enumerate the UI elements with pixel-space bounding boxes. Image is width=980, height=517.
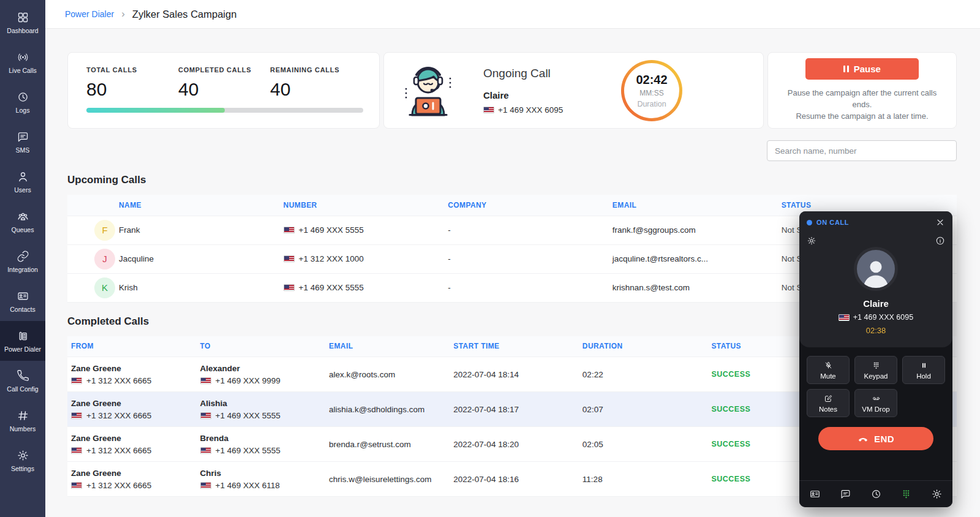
- call-start-time: 2022-07-04 18:17: [450, 392, 579, 427]
- hold-button[interactable]: Hold: [902, 356, 945, 384]
- history-icon[interactable]: [870, 488, 882, 500]
- sidebar-label: SMS: [16, 146, 30, 154]
- sidebar-item-dashboard[interactable]: Dashboard: [0, 2, 45, 42]
- call-timer: 02:38: [807, 326, 945, 335]
- contact-number: +1 469 XXX 5555: [299, 225, 364, 235]
- mute-button[interactable]: Mute: [807, 356, 850, 384]
- pause-description: Pause the campaign after the current cal…: [780, 88, 944, 123]
- avatar: [854, 247, 898, 291]
- stat-remaining-calls: REMAINING CALLS 40: [270, 66, 362, 100]
- from-number: +1 312 XXX 6665: [86, 411, 151, 420]
- sidebar-label: Queues: [12, 226, 34, 233]
- call-email: alishia.k@sdholdings.com: [325, 392, 450, 427]
- stat-label: TOTAL CALLS: [86, 66, 178, 74]
- sidebar-item-sms[interactable]: SMS: [0, 122, 45, 162]
- ongoing-call-card: Ongoing Call Claire +1 469 XXX 6095 02:4…: [383, 52, 764, 129]
- contact-company: -: [444, 273, 609, 302]
- vm-drop-button[interactable]: VM Drop: [854, 389, 897, 417]
- ongoing-call-title: Ongoing Call: [483, 67, 621, 80]
- col-start-time: START TIME: [450, 336, 579, 357]
- page-title: Zylker Sales Campaign: [132, 9, 237, 20]
- sidebar-label: Contacts: [10, 306, 35, 313]
- sidebar-item-users[interactable]: Users: [0, 162, 45, 202]
- mute-icon: [824, 361, 833, 370]
- call-email: alex.k@roots.com: [325, 357, 450, 392]
- logs-icon: [17, 91, 29, 104]
- voicemail-icon: [872, 394, 881, 403]
- col-email: EMAIL: [325, 336, 450, 357]
- keypad-icon: [872, 361, 881, 370]
- avatar: J: [94, 249, 115, 270]
- dashboard-icon: [17, 11, 29, 24]
- info-icon[interactable]: [935, 236, 945, 246]
- sidebar-label: Numbers: [10, 425, 36, 432]
- gear-icon[interactable]: [807, 236, 816, 246]
- call-duration: 02:05: [579, 427, 708, 462]
- caller-name: Claire: [807, 298, 945, 309]
- sidebar-item-power-dialer[interactable]: Power Dialer: [0, 321, 45, 361]
- settings-icon: [17, 449, 29, 462]
- gear-icon[interactable]: [931, 488, 943, 500]
- contact-card-icon[interactable]: [809, 488, 821, 500]
- live-calls-icon: [17, 51, 29, 64]
- notes-icon: [824, 394, 833, 403]
- stat-value: 40: [270, 79, 362, 100]
- us-flag-icon: [71, 377, 82, 384]
- sidebar-item-numbers[interactable]: Numbers: [0, 401, 45, 440]
- keypad-button[interactable]: Keypad: [854, 356, 897, 384]
- sidebar-item-call-config[interactable]: Call Config: [0, 361, 45, 401]
- campaign-progress-bar: [86, 108, 363, 113]
- end-call-button[interactable]: END: [818, 427, 933, 450]
- us-flag-icon: [200, 447, 211, 454]
- col-company: COMPANY: [444, 195, 609, 216]
- call-widget-footer: [799, 480, 952, 507]
- sidebar-item-live-calls[interactable]: Live Calls: [0, 42, 45, 82]
- us-flag-icon: [200, 482, 211, 489]
- call-duration: 11:28: [579, 462, 708, 497]
- pause-button[interactable]: Pause: [805, 58, 919, 80]
- person-silhouette-icon: [860, 256, 892, 288]
- sidebar-item-contacts[interactable]: Contacts: [0, 281, 45, 321]
- sidebar-label: Logs: [16, 107, 30, 114]
- close-icon[interactable]: [935, 217, 945, 227]
- from-name: Zane Greene: [71, 434, 193, 443]
- hold-icon: [919, 361, 929, 370]
- to-name: Alishia: [200, 399, 322, 408]
- sidebar-item-integration[interactable]: Integration: [0, 241, 45, 281]
- notes-button[interactable]: Notes: [807, 389, 850, 417]
- us-flag-icon: [71, 447, 82, 454]
- to-number: +1 469 XXX 6118: [216, 481, 280, 490]
- call-email: brenda.r@setrust.com: [325, 427, 450, 462]
- call-duration-value: 02:42: [636, 73, 667, 87]
- to-number: +1 469 XXX 5555: [216, 446, 281, 455]
- us-flag-icon: [483, 107, 494, 113]
- sidebar-label: Dashboard: [7, 27, 38, 34]
- contact-number: +1 469 XXX 5555: [299, 283, 364, 292]
- on-call-dot-icon: [807, 220, 812, 225]
- pause-icon: [843, 66, 849, 72]
- sidebar-item-settings[interactable]: Settings: [0, 440, 45, 480]
- contact-company: -: [444, 244, 609, 273]
- call-start-time: 2022-07-04 18:14: [450, 357, 579, 392]
- contact-name: Krish: [115, 273, 280, 302]
- us-flag-icon: [284, 255, 295, 262]
- sidebar-item-logs[interactable]: Logs: [0, 82, 45, 122]
- us-flag-icon: [284, 227, 295, 233]
- search-input[interactable]: [767, 140, 957, 161]
- stat-label: COMPLETED CALLS: [178, 66, 270, 74]
- sidebar-item-queues[interactable]: Queues: [0, 202, 45, 241]
- breadcrumb-power-dialer[interactable]: Power Dialer: [65, 9, 114, 19]
- avatar: F: [94, 220, 115, 241]
- us-flag-icon: [71, 482, 82, 489]
- users-icon: [17, 170, 29, 183]
- chat-icon[interactable]: [840, 488, 851, 500]
- caller-number: +1 469 XXX 6095: [853, 313, 913, 322]
- breadcrumb-separator-icon: ›: [121, 8, 125, 20]
- call-duration-label: Duration: [637, 100, 666, 108]
- sms-icon: [17, 130, 29, 143]
- dialpad-icon[interactable]: [900, 488, 912, 500]
- upcoming-calls-title: Upcoming Calls: [67, 174, 957, 186]
- sidebar-label: Settings: [11, 465, 34, 472]
- contact-company: -: [444, 216, 609, 244]
- queues-icon: [17, 210, 29, 223]
